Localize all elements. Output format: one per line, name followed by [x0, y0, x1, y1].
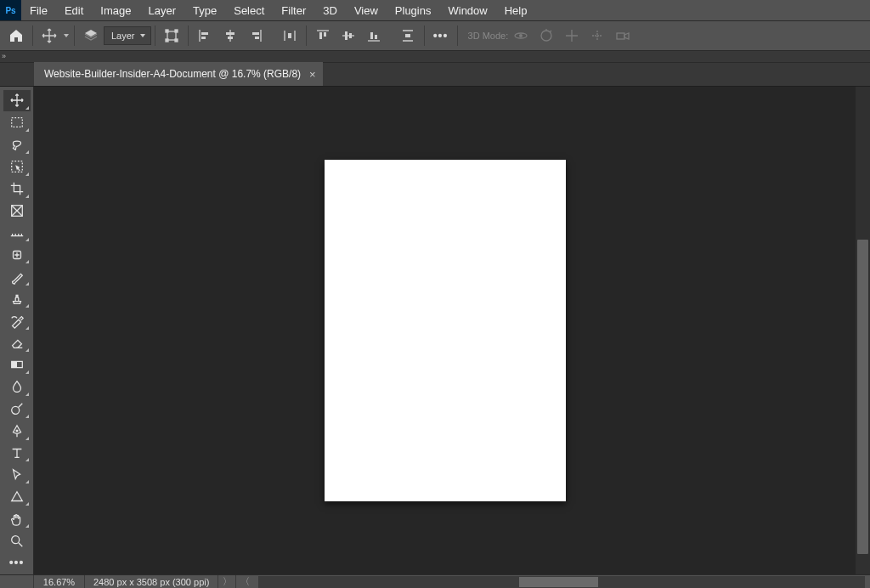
menu-3d[interactable]: 3D: [314, 0, 346, 20]
brush-tool[interactable]: [3, 266, 31, 287]
svg-rect-2: [175, 30, 178, 32]
expand-toolbar-toggle[interactable]: ››: [0, 51, 12, 62]
pen-tool[interactable]: [3, 421, 31, 442]
clone-stamp-tool[interactable]: [3, 288, 31, 309]
distribute-h-icon: [281, 27, 298, 44]
align-bottom-icon: [365, 27, 382, 44]
rectangular-marquee-tool[interactable]: [3, 112, 31, 133]
document-dimensions[interactable]: 2480 px x 3508 px (300 ppi): [85, 575, 218, 588]
align-right-button[interactable]: [243, 24, 268, 48]
tool-preset-dropdown[interactable]: [62, 34, 71, 37]
hand-tool[interactable]: [3, 508, 31, 529]
menu-select[interactable]: Select: [225, 0, 273, 20]
eraser-tool[interactable]: [3, 332, 31, 353]
auto-select-target-dropdown[interactable]: Layer: [104, 26, 151, 45]
svg-rect-22: [617, 33, 624, 39]
menu-layer[interactable]: Layer: [140, 0, 185, 20]
3d-pan-button[interactable]: [559, 24, 585, 48]
distribute-v-button[interactable]: [395, 24, 421, 48]
svg-rect-9: [252, 32, 259, 35]
tool-preset-button[interactable]: [37, 24, 62, 48]
svg-point-31: [11, 535, 19, 543]
distribute-v-icon: [399, 27, 416, 44]
align-vcenter-button[interactable]: [336, 24, 361, 48]
menu-window[interactable]: Window: [439, 0, 495, 20]
zoom-tool[interactable]: [3, 530, 31, 551]
document-canvas[interactable]: [325, 160, 566, 501]
menu-image[interactable]: Image: [92, 0, 139, 20]
healing-brush-tool[interactable]: [3, 244, 31, 265]
status-info-flyout[interactable]: 〉: [218, 575, 236, 588]
more-icon: •••: [433, 29, 449, 42]
align-top-button[interactable]: [310, 24, 336, 48]
shape-tool[interactable]: [3, 486, 31, 507]
align-hcenter-icon: [222, 27, 239, 44]
svg-point-20: [519, 34, 523, 37]
svg-rect-7: [226, 32, 234, 35]
separator: [424, 25, 425, 46]
crop-tool[interactable]: [3, 178, 31, 200]
svg-rect-17: [375, 35, 377, 39]
transform-controls-toggle[interactable]: [159, 24, 184, 48]
menu-file[interactable]: File: [21, 0, 56, 20]
3d-slide-button[interactable]: [585, 24, 610, 48]
menu-help[interactable]: Help: [496, 0, 536, 20]
path-selection-tool[interactable]: [3, 464, 31, 485]
move-tool[interactable]: [3, 90, 31, 111]
svg-rect-23: [11, 118, 22, 127]
home-button[interactable]: [3, 24, 29, 48]
svg-rect-4: [175, 39, 178, 42]
3d-camera-button[interactable]: [610, 24, 636, 48]
svg-rect-5: [201, 32, 208, 35]
align-right-icon: [247, 27, 264, 44]
3d-orbit-button[interactable]: [508, 24, 534, 48]
lasso-tool[interactable]: [3, 134, 31, 155]
separator: [306, 25, 307, 46]
ellipsis-icon: •••: [9, 556, 25, 569]
menu-type[interactable]: Type: [184, 0, 225, 20]
eyedropper-tool[interactable]: [3, 222, 31, 243]
gradient-tool[interactable]: [3, 354, 31, 376]
options-bar: Layer ••• 3D Mode:: [0, 21, 870, 51]
more-options-button[interactable]: •••: [428, 24, 454, 48]
document-tab-title: Website-Builder-Insider-A4-Document @ 16…: [44, 68, 301, 80]
history-brush-tool[interactable]: [3, 310, 31, 331]
separator: [74, 25, 75, 46]
menu-view[interactable]: View: [346, 0, 387, 20]
svg-rect-1: [166, 30, 168, 32]
3d-mode-label: 3D Mode:: [468, 31, 509, 41]
blur-tool[interactable]: [3, 376, 31, 398]
menu-bar: Ps File Edit Image Layer Type Select Fil…: [0, 0, 870, 21]
pan-icon: [563, 27, 580, 44]
horizontal-scrollbar-thumb[interactable]: [519, 577, 598, 587]
frame-tool[interactable]: [3, 201, 31, 222]
work-area: •••: [0, 87, 870, 574]
object-selection-tool[interactable]: [3, 156, 31, 178]
menu-plugins[interactable]: Plugins: [387, 0, 440, 20]
close-tab-button[interactable]: ×: [309, 68, 316, 81]
canvas-area[interactable]: [34, 87, 856, 574]
align-bottom-button[interactable]: [361, 24, 387, 48]
camera-icon: [614, 27, 631, 44]
align-hcenter-button[interactable]: [218, 24, 243, 48]
align-top-icon: [314, 27, 331, 44]
menu-edit[interactable]: Edit: [56, 0, 92, 20]
distribute-h-button[interactable]: [277, 24, 302, 48]
auto-select-toggle[interactable]: [78, 24, 104, 48]
align-left-icon: [196, 27, 213, 44]
horizontal-scrollbar[interactable]: [258, 576, 865, 588]
svg-point-29: [11, 406, 19, 414]
document-tab[interactable]: Website-Builder-Insider-A4-Document @ 16…: [34, 62, 323, 86]
edit-toolbar-button[interactable]: •••: [3, 552, 31, 574]
roll-icon: [538, 27, 555, 44]
hscroll-left-button[interactable]: 〈: [236, 575, 253, 588]
3d-roll-button[interactable]: [534, 24, 559, 48]
svg-rect-15: [349, 33, 352, 38]
menu-filter[interactable]: Filter: [273, 0, 314, 20]
align-left-button[interactable]: [192, 24, 218, 48]
type-tool[interactable]: [3, 443, 31, 464]
vertical-scrollbar[interactable]: [856, 87, 870, 574]
ps-logo-text: Ps: [3, 5, 17, 16]
dodge-tool[interactable]: [3, 399, 31, 420]
zoom-level-field[interactable]: 16.67%: [34, 575, 85, 588]
